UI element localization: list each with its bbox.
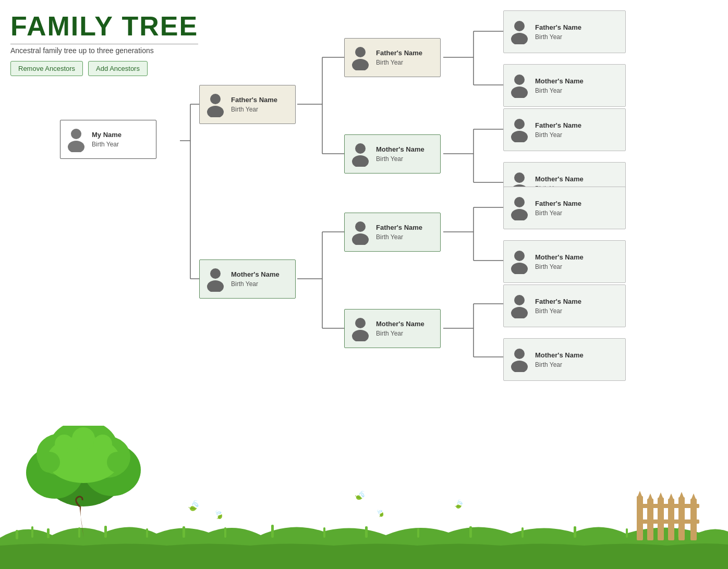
subtitle: Ancestral family tree up to three genera… bbox=[10, 44, 198, 55]
svg-point-50 bbox=[514, 197, 525, 207]
person-mother-name: Mother's Name bbox=[231, 270, 280, 278]
person-fm-name: Mother's Name bbox=[376, 145, 424, 153]
svg-point-30 bbox=[210, 94, 221, 104]
svg-point-36 bbox=[355, 143, 366, 154]
fence-decoration bbox=[634, 488, 702, 540]
svg-rect-92 bbox=[647, 499, 653, 540]
person-mm-name: Mother's Name bbox=[376, 320, 424, 328]
avatar-mm bbox=[349, 315, 372, 342]
avatar-mf bbox=[349, 219, 372, 246]
person-ffm-info: Mother's Name Birth Year bbox=[535, 77, 584, 94]
svg-rect-94 bbox=[658, 498, 664, 540]
person-ff-info: Father's Name Birth Year bbox=[376, 49, 422, 66]
person-me-info: My Name Birth Year bbox=[92, 131, 122, 148]
person-fff-info: Father's Name Birth Year bbox=[535, 23, 581, 41]
avatar-father bbox=[204, 91, 227, 118]
person-ffm-year: Birth Year bbox=[535, 87, 584, 94]
person-ff[interactable]: Father's Name Birth Year bbox=[344, 38, 441, 77]
svg-point-55 bbox=[511, 307, 528, 318]
svg-marker-95 bbox=[658, 492, 664, 500]
person-ff-year: Birth Year bbox=[376, 59, 422, 66]
svg-rect-66 bbox=[224, 527, 226, 538]
svg-rect-70 bbox=[417, 528, 419, 538]
svg-point-48 bbox=[514, 172, 525, 183]
person-fff-year: Birth Year bbox=[535, 33, 581, 41]
svg-point-53 bbox=[511, 263, 528, 274]
page-title: FAMILY TREE bbox=[10, 10, 198, 42]
svg-rect-71 bbox=[469, 526, 472, 538]
svg-point-40 bbox=[355, 318, 366, 328]
person-ff-name: Father's Name bbox=[376, 49, 422, 57]
svg-point-29 bbox=[68, 141, 84, 152]
person-mfm[interactable]: Mother's Name Birth Year bbox=[503, 240, 626, 283]
person-fm-year: Birth Year bbox=[376, 155, 424, 163]
person-mf[interactable]: Father's Name Birth Year bbox=[344, 213, 441, 252]
person-father-info: Father's Name Birth Year bbox=[231, 96, 277, 113]
avatar-mff bbox=[508, 194, 531, 221]
person-ffm[interactable]: Mother's Name Birth Year bbox=[503, 64, 626, 107]
person-mother[interactable]: Mother's Name Birth Year bbox=[199, 259, 296, 299]
svg-point-33 bbox=[207, 280, 224, 292]
avatar-mother bbox=[204, 266, 227, 293]
person-mm-info: Mother's Name Birth Year bbox=[376, 320, 424, 337]
person-mfm-info: Mother's Name Birth Year bbox=[535, 253, 584, 270]
svg-point-54 bbox=[514, 295, 525, 305]
person-father-name: Father's Name bbox=[231, 96, 277, 104]
person-father[interactable]: Father's Name Birth Year bbox=[199, 85, 296, 124]
person-fmf-year: Birth Year bbox=[535, 131, 581, 139]
person-mmm-name: Mother's Name bbox=[535, 351, 584, 359]
svg-point-43 bbox=[511, 33, 528, 44]
svg-point-32 bbox=[210, 268, 221, 279]
person-mff-name: Father's Name bbox=[535, 200, 581, 207]
svg-rect-98 bbox=[678, 497, 685, 540]
svg-marker-101 bbox=[690, 493, 697, 501]
svg-marker-93 bbox=[647, 493, 653, 501]
tree-decoration bbox=[8, 426, 175, 540]
person-mmm-info: Mother's Name Birth Year bbox=[535, 351, 584, 368]
person-fff[interactable]: Father's Name Birth Year bbox=[503, 10, 626, 53]
svg-rect-90 bbox=[637, 496, 643, 540]
person-ffm-name: Mother's Name bbox=[535, 77, 584, 85]
person-mmf[interactable]: Father's Name Birth Year bbox=[503, 284, 626, 327]
svg-rect-69 bbox=[365, 526, 368, 538]
svg-point-45 bbox=[511, 86, 528, 98]
svg-rect-65 bbox=[183, 526, 185, 538]
person-mmf-info: Father's Name Birth Year bbox=[535, 298, 581, 315]
remove-ancestors-button[interactable]: Remove Ancestors bbox=[10, 61, 83, 76]
svg-marker-97 bbox=[668, 493, 674, 501]
person-mmm[interactable]: Mother's Name Birth Year bbox=[503, 338, 626, 381]
svg-point-41 bbox=[352, 330, 369, 341]
person-mm-year: Birth Year bbox=[376, 330, 424, 337]
svg-point-51 bbox=[511, 209, 528, 220]
ground-decoration: 🍃 🍃 🍃 🍃 🍃 bbox=[0, 465, 728, 569]
svg-point-35 bbox=[352, 59, 369, 70]
svg-point-42 bbox=[514, 21, 525, 31]
person-fff-name: Father's Name bbox=[535, 23, 581, 31]
svg-point-37 bbox=[352, 155, 369, 167]
add-ancestors-button[interactable]: Add Ancestors bbox=[88, 61, 148, 76]
button-group: Remove Ancestors Add Ancestors bbox=[10, 61, 198, 76]
svg-point-86 bbox=[55, 435, 74, 453]
person-fmf[interactable]: Father's Name Birth Year bbox=[503, 108, 626, 151]
person-mmm-year: Birth Year bbox=[535, 361, 584, 368]
svg-rect-67 bbox=[271, 525, 274, 538]
person-mff[interactable]: Father's Name Birth Year bbox=[503, 187, 626, 229]
svg-marker-91 bbox=[637, 491, 643, 499]
person-mm[interactable]: Mother's Name Birth Year bbox=[344, 309, 441, 348]
person-fm[interactable]: Mother's Name Birth Year bbox=[344, 134, 441, 174]
person-mf-name: Father's Name bbox=[376, 224, 422, 231]
avatar-fff bbox=[508, 18, 531, 45]
svg-marker-99 bbox=[678, 492, 685, 500]
person-mfm-name: Mother's Name bbox=[535, 253, 584, 261]
person-mother-year: Birth Year bbox=[231, 280, 280, 288]
person-mf-info: Father's Name Birth Year bbox=[376, 224, 422, 241]
avatar-me bbox=[65, 126, 88, 153]
person-fm-info: Mother's Name Birth Year bbox=[376, 145, 424, 163]
svg-point-83 bbox=[39, 452, 60, 473]
avatar-ff bbox=[349, 44, 372, 71]
svg-point-84 bbox=[107, 452, 128, 473]
avatar-mmm bbox=[508, 346, 531, 373]
svg-point-34 bbox=[355, 47, 366, 57]
person-me[interactable]: My Name Birth Year bbox=[60, 120, 156, 159]
person-fmm-name: Mother's Name bbox=[535, 175, 584, 183]
